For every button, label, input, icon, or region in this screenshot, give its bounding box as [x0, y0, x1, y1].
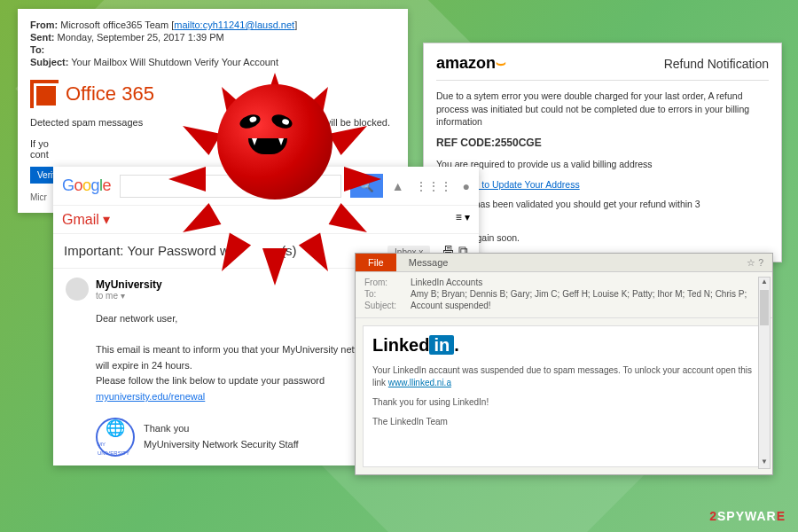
apps-icon[interactable]: ▲ [392, 179, 404, 193]
email-headers: From:LinkedIn Accounts To:Amy B; Bryan; … [356, 272, 772, 318]
from-header: From: Microsoft office365 Team [mailto:c… [30, 20, 395, 30]
message-tab[interactable]: Message [396, 254, 461, 271]
sender-avatar [66, 278, 89, 301]
compose-controls[interactable]: ≡ ▾ [456, 211, 470, 228]
watermark-logo: 2SPYWARE [709, 509, 786, 523]
renewal-link[interactable]: myuniversity.edu/renewal [96, 391, 205, 402]
li-to: Amy B; Bryan; Dennis B; Gary; Jim C; Gef… [411, 289, 747, 299]
amazon-body-1: Due to a sytem error you were double cha… [436, 90, 769, 129]
scroll-down-arrow[interactable]: ▼ [759, 458, 770, 468]
help-icons[interactable]: ☆ ? [738, 254, 772, 271]
virus-malware-icon [186, 53, 364, 231]
gmail-label[interactable]: Gmail ▾ [62, 211, 110, 228]
scrollbar[interactable]: ▲ ▼ [758, 277, 771, 469]
scroll-up-arrow[interactable]: ▲ [759, 278, 770, 288]
amazon-body-4: see you again soon. [436, 231, 769, 245]
linkedin-logo: Linkedin. [372, 335, 755, 356]
notification-icon[interactable]: ● [463, 179, 470, 193]
amazon-logo: amazon⌣ [436, 54, 506, 73]
sent-header: Sent: Monday, September 25, 2017 1:39 PM [30, 32, 395, 43]
sender-name: MyUniversity [96, 278, 162, 291]
scroll-thumb[interactable] [760, 290, 769, 325]
google-logo: Google [62, 176, 111, 195]
file-tab[interactable]: File [356, 254, 396, 271]
li-body-2: Thank you for using LinkedIn! [372, 396, 755, 409]
amazon-body-2: You are required to provide us a valid b… [436, 158, 769, 171]
grid-icon[interactable]: ⋮⋮⋮ [415, 179, 452, 193]
li-from: LinkedIn Accounts [411, 278, 482, 287]
li-body-1: Your LinkedIn accaunt was suspended due … [372, 364, 755, 389]
signature-name: MyUniversity Network Security Staff [144, 437, 299, 453]
li-body-3: The LinkedIn Team [372, 416, 755, 428]
office-icon [30, 80, 59, 108]
li-subject: Account suspended! [411, 301, 491, 310]
from-email-link[interactable]: mailto:cyh11241@lausd.net [174, 20, 294, 30]
amazon-email-title: Refund Notification [664, 57, 769, 71]
signature-thanks: Thank you [144, 421, 299, 437]
amazon-body-3: ormation has been validated you should g… [436, 198, 769, 223]
linkedin-phishing-email: File Message ☆ ? From:LinkedIn Accounts … [355, 253, 773, 475]
ref-code: REF CODE:2550CGE [436, 136, 769, 151]
to-me-indicator[interactable]: to me ▾ [96, 291, 162, 301]
linkedin-phishing-link[interactable]: www.llinked.ni.a [388, 378, 451, 387]
university-logo: 🌐 MY UNIVERSITY [96, 418, 135, 457]
